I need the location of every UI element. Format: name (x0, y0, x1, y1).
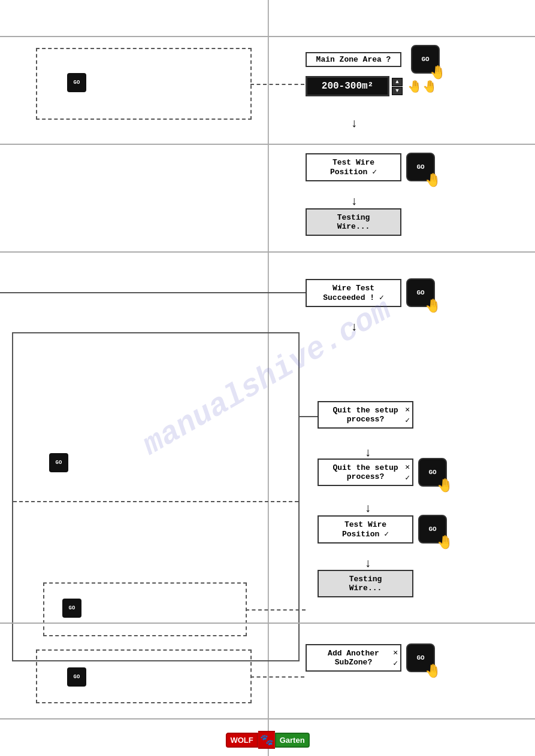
hand-icon-1: 🤚 (430, 65, 446, 81)
robot-display-2: GO (49, 453, 68, 472)
add-subzone-box: Add Another SubZone? ✕ ✓ (306, 644, 401, 672)
robot-icon-2: GO (49, 453, 68, 472)
h-divider-mid1 (0, 144, 535, 145)
check-5: ✓ (384, 530, 389, 539)
robot-display-4: GO (67, 667, 86, 687)
device-box-3: GO (36, 649, 252, 703)
arrow-down-1: ↓ (350, 117, 358, 130)
arrow-down-5: ↓ (364, 502, 371, 515)
page-container: manualshive.com GO Main Zone Area ? GO 🤚… (0, 0, 535, 756)
zone-selector-group: Main Zone Area ? GO 🤚 200-300m² ▲ ▼ 🤚🤚 (306, 45, 440, 96)
test-wire-box-2: Test Wire Position ✓ (318, 515, 413, 544)
wire-succeeded-box: Wire Test Succeeded ! ✓ (306, 279, 401, 307)
quit-setup-group-1: Quit the setup process? ✕ ✓ (318, 401, 413, 429)
x-mark-1: ✕ (405, 405, 410, 414)
arrow-down-6: ↓ (364, 557, 371, 570)
testing-wire-box-1: Testing Wire... (306, 208, 401, 236)
test-wire-group-2: Test Wire Position ✓ GO 🤚 (318, 515, 447, 544)
add-subzone-group: Add Another SubZone? ✕ ✓ GO 🤚 (306, 643, 435, 672)
arrow-down-3: ↓ (350, 320, 358, 334)
check-4: ✓ (405, 473, 410, 482)
zone-down-arrow[interactable]: ▼ (392, 87, 403, 95)
device-box-1: GO (36, 48, 252, 120)
quit-setup-text-1: Quit the setup process? (333, 406, 398, 424)
check-3: ✓ (405, 415, 410, 425)
robot-icon-3: GO (62, 599, 81, 618)
robot-display-3: GO (62, 599, 81, 618)
testing-wire-box-2: Testing Wire... (318, 570, 413, 597)
zone-up-arrow[interactable]: ▲ (392, 78, 403, 86)
wire-success-line (0, 292, 306, 293)
garten-text: Garten (275, 733, 310, 748)
zone-label-box: Main Zone Area ? (306, 52, 401, 67)
check-6: ✓ (393, 658, 398, 668)
wire-succeeded-group: Wire Test Succeeded ! ✓ GO 🤚 (306, 278, 435, 307)
footer-logo: WOLF 🐾 Garten (225, 731, 309, 749)
h-divider-sec3 (0, 623, 535, 624)
testing-wire-group-2: Testing Wire... (318, 570, 413, 597)
hand-icon-4: 🤚 (437, 478, 453, 494)
quit-setup-text-2: Quit the setup process? (333, 463, 398, 481)
wolf-paw-icon: 🐾 (258, 731, 275, 749)
connector-2 (246, 609, 306, 611)
quit-setup-box-2: Quit the setup process? ✕ ✓ (318, 459, 413, 486)
quit-line-1 (300, 416, 318, 417)
hand-icon-5: 🤚 (437, 535, 453, 551)
quit-setup-group-2: Quit the setup process? ✕ ✓ GO 🤚 (318, 458, 447, 487)
connector-1 (250, 84, 304, 85)
inner-dashed-line (13, 501, 298, 502)
check-2: ✓ (379, 293, 384, 302)
test-wire-box-1: Test Wire Position ✓ (306, 153, 401, 181)
testing-wire-group-1: Testing Wire... (306, 208, 401, 236)
large-device-box: GO GO (12, 332, 300, 661)
h-divider-top (0, 36, 535, 37)
hand-icon-6: 🤚 (425, 663, 441, 679)
quit-setup-box-1: Quit the setup process? ✕ ✓ (318, 401, 413, 429)
arrow-down-2: ↓ (350, 195, 358, 208)
add-subzone-text: Add Another SubZone? (328, 649, 379, 667)
robot-icon-1: GO (67, 73, 86, 92)
zone-value-box[interactable]: 200-300m² (306, 76, 389, 96)
robot-display-1: GO (67, 73, 86, 92)
h-divider-bottom (0, 718, 535, 719)
wolf-text: WOLF (225, 733, 258, 748)
inner-dashed-box: GO (43, 582, 247, 636)
check-1: ✓ (372, 168, 377, 177)
hand-icon-2: 🤚 (425, 172, 441, 189)
robot-icon-4: GO (67, 667, 86, 687)
h-divider-sec2 (0, 251, 535, 253)
connector-3 (250, 676, 304, 678)
test-wire-group-1: Test Wire Position ✓ GO 🤚 (306, 153, 435, 181)
x-mark-2: ✕ (405, 462, 410, 472)
x-mark-3: ✕ (393, 648, 398, 657)
touch-icons: 🤚🤚 (407, 79, 437, 94)
hand-icon-3: 🤚 (425, 298, 441, 314)
